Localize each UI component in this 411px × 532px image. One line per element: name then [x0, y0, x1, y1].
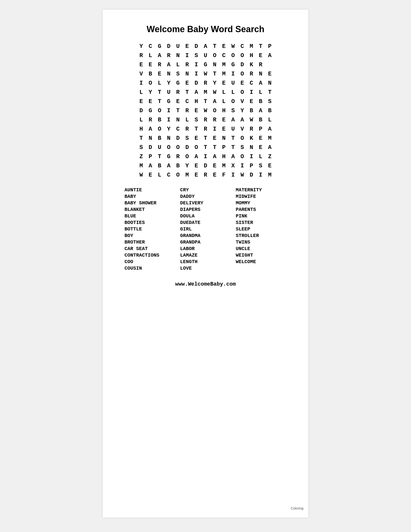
- grid-cell: E: [137, 60, 146, 69]
- grid-cell: W: [228, 42, 238, 51]
- grid-cell: I: [247, 87, 256, 97]
- word-item: AUNTIE: [124, 187, 175, 193]
- grid-cell: T: [210, 143, 219, 152]
- grid-cell: D: [247, 170, 256, 180]
- grid-cell: E: [219, 124, 228, 133]
- grid-cell: T: [228, 143, 238, 152]
- grid-cell: A: [265, 124, 274, 133]
- grid-cell: K: [247, 133, 256, 143]
- grid-cell: O: [192, 143, 201, 152]
- grid-cell: R: [183, 124, 192, 133]
- grid-cell: Y: [164, 124, 173, 133]
- grid-cell: Z: [137, 152, 146, 161]
- word-list-col1: AUNTIEBABYBABY SHOWERBLANKETBLUEBOOTIESB…: [124, 187, 175, 272]
- grid-cell: Y: [183, 161, 192, 170]
- grid-cell: H: [219, 152, 228, 161]
- grid-cell: U: [164, 87, 173, 97]
- grid-cell: I: [192, 69, 201, 78]
- coloring-label: Coloring: [291, 506, 303, 510]
- grid-cell: A: [265, 51, 274, 60]
- grid-cell: I: [238, 161, 247, 170]
- grid-cell: T: [155, 152, 164, 161]
- grid-cell: S: [265, 97, 274, 106]
- grid-cell: P: [256, 124, 265, 133]
- grid-cell: L: [228, 87, 238, 97]
- grid-cell: U: [228, 124, 238, 133]
- word-item: BABY SHOWER: [124, 200, 175, 206]
- grid-cell: W: [247, 115, 256, 124]
- grid-cell: L: [137, 115, 146, 124]
- grid-cell: T: [201, 143, 210, 152]
- grid-cell: C: [146, 42, 155, 51]
- grid-cell: G: [228, 60, 238, 69]
- grid-cell: R: [256, 60, 265, 69]
- word-item: CAR SEAT: [124, 246, 175, 252]
- grid-cell: Y: [146, 87, 155, 97]
- grid-cell: O: [173, 170, 183, 180]
- grid-cell: R: [201, 78, 210, 87]
- word-item: PARENTS: [236, 206, 287, 213]
- grid-cell: V: [238, 97, 247, 106]
- grid-cell: L: [256, 152, 265, 161]
- grid-cell: O: [238, 133, 247, 143]
- grid-cell: A: [192, 152, 201, 161]
- grid-cell: A: [265, 143, 274, 152]
- grid-cell: O: [238, 51, 247, 60]
- grid-cell: O: [164, 143, 173, 152]
- grid-cell: B: [256, 97, 265, 106]
- grid-cell: U: [173, 42, 183, 51]
- grid-cell: W: [137, 170, 146, 180]
- grid-cell: R: [210, 115, 219, 124]
- grid-cell: D: [183, 143, 192, 152]
- word-item: GRANDPA: [180, 239, 231, 246]
- grid-cell: E: [265, 69, 274, 78]
- grid-cell: N: [146, 133, 155, 143]
- word-item: LAMAZE: [180, 252, 231, 258]
- grid-cell: Y: [210, 78, 219, 87]
- grid-cell: A: [164, 161, 173, 170]
- grid-cell: S: [137, 143, 146, 152]
- grid-cell: N: [173, 115, 183, 124]
- word-item: GRANDMA: [180, 232, 231, 239]
- grid-cell: [265, 60, 274, 69]
- grid-cell: I: [228, 170, 238, 180]
- grid-cell: B: [247, 106, 256, 115]
- grid-cell: R: [146, 115, 155, 124]
- grid-cell: P: [247, 161, 256, 170]
- grid-cell: R: [201, 170, 210, 180]
- word-item: MOMMY: [236, 200, 287, 206]
- grid-cell: I: [247, 152, 256, 161]
- grid-cell: O: [228, 51, 238, 60]
- grid-cell: Z: [265, 152, 274, 161]
- grid-cell: E: [192, 161, 201, 170]
- grid-cell: G: [155, 42, 164, 51]
- grid-cell: E: [219, 78, 228, 87]
- grid-cell: A: [256, 106, 265, 115]
- word-item: [236, 265, 287, 266]
- grid-cell: M: [219, 69, 228, 78]
- word-item: BOTTLE: [124, 226, 175, 232]
- grid-cell: B: [146, 69, 155, 78]
- grid-cell: E: [256, 143, 265, 152]
- grid-cell: L: [173, 60, 183, 69]
- grid-cell: I: [137, 78, 146, 87]
- grid-cell: T: [201, 97, 210, 106]
- word-item: WELCOME: [236, 258, 287, 265]
- grid-cell: L: [146, 51, 155, 60]
- grid-cell: G: [173, 78, 183, 87]
- word-item: BOOTIES: [124, 219, 175, 226]
- grid-cell: O: [146, 78, 155, 87]
- grid-cell: D: [201, 161, 210, 170]
- grid-cell: T: [192, 124, 201, 133]
- word-item: BLUE: [124, 213, 175, 219]
- grid-cell: L: [137, 87, 146, 97]
- page: Welcome Baby Word Search YCGDUEDATEWCMTP…: [103, 10, 308, 517]
- grid-cell: T: [155, 87, 164, 97]
- grid-cell: E: [183, 78, 192, 87]
- grid-container: YCGDUEDATEWCMTPRLARNISUOCOOHEAEERALRIGNM…: [122, 42, 289, 180]
- grid-cell: A: [238, 115, 247, 124]
- grid-cell: A: [192, 87, 201, 97]
- word-item: LOVE: [180, 265, 231, 272]
- grid-cell: T: [210, 69, 219, 78]
- word-item: PINK: [236, 213, 287, 219]
